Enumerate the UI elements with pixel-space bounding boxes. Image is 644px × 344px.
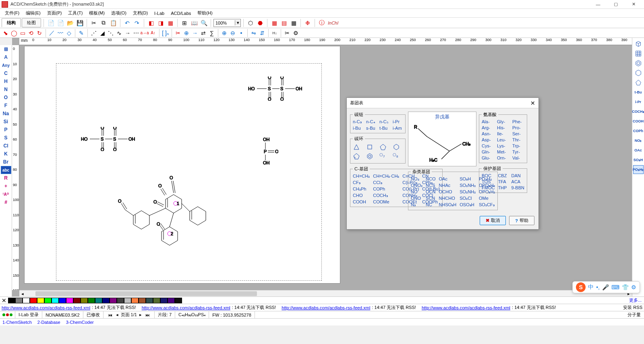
palette-plus[interactable]: + bbox=[1, 182, 11, 190]
page-next-icon[interactable]: ▸ bbox=[138, 312, 143, 317]
scroll-thumb[interactable] bbox=[35, 291, 257, 296]
template-cooh[interactable]: COOH bbox=[633, 117, 644, 126]
template-icon[interactable]: ⊞ bbox=[180, 19, 189, 27]
tab-draw[interactable]: 绘图 bbox=[22, 18, 41, 27]
chain-nc5[interactable]: n-C₅ bbox=[379, 119, 389, 124]
atom-label-icon[interactable]: A↕ bbox=[149, 29, 157, 37]
app-chemsketch[interactable]: 1-ChemSketch bbox=[2, 320, 32, 325]
palette-cl[interactable]: Cl bbox=[1, 142, 11, 150]
misc-7[interactable]: NHAc bbox=[439, 183, 457, 188]
ring-cyclopentadiene-icon[interactable] bbox=[353, 153, 363, 161]
misc-17[interactable]: NHCHO bbox=[439, 196, 457, 201]
page-prev-icon[interactable]: ◂ bbox=[115, 312, 120, 317]
palette-s[interactable]: S bbox=[1, 134, 11, 142]
ring-triangle-icon[interactable] bbox=[353, 143, 363, 151]
misc-6[interactable]: NCS bbox=[426, 183, 435, 188]
cut-icon[interactable]: ✂ bbox=[89, 19, 98, 27]
ime-logo-icon[interactable]: S bbox=[576, 282, 586, 292]
misc-23[interactable]: OSO₃H bbox=[460, 202, 476, 207]
maximize-button[interactable]: ▢ bbox=[607, 0, 625, 8]
palette-n[interactable]: N bbox=[1, 85, 11, 93]
rss-link-3[interactable]: http://www.acdlabs.com/acdlabs-rss-feed.… bbox=[282, 305, 370, 310]
menu-help[interactable]: 帮助(H) bbox=[194, 9, 215, 17]
redo-icon[interactable]: ↷ bbox=[133, 19, 141, 27]
amino-14[interactable]: Trp- bbox=[512, 143, 524, 148]
template-tbu[interactable]: t-Bu bbox=[633, 88, 644, 97]
cgroup-1[interactable]: CH=CH₂·CH₂ bbox=[373, 174, 399, 179]
3d-opt-icon[interactable]: ⬡ bbox=[246, 19, 255, 27]
palette-any[interactable]: Any bbox=[1, 61, 11, 69]
color-none-icon[interactable]: ✕ bbox=[0, 297, 8, 304]
save-icon[interactable]: 💾 bbox=[75, 19, 84, 27]
amino-4[interactable]: His- bbox=[497, 125, 509, 130]
cgroup-4[interactable]: CF₃ bbox=[353, 180, 370, 185]
template-grid-icon[interactable] bbox=[633, 49, 644, 58]
color-swatch-7[interactable] bbox=[59, 298, 66, 303]
bracket-icon[interactable]: [ ]ₙ bbox=[162, 29, 170, 37]
reaction-plus-icon[interactable]: ⊕ bbox=[182, 29, 191, 37]
menu-documents[interactable]: 文档(D) bbox=[130, 9, 151, 17]
menu-edit[interactable]: 编辑(E) bbox=[23, 9, 44, 17]
erase-icon[interactable]: ◧ bbox=[147, 19, 155, 27]
rss-link-4[interactable]: http://www.acdlabs.com/acdlabs-rss-feed.… bbox=[422, 305, 510, 310]
amino-11[interactable]: Thr- bbox=[512, 137, 524, 142]
amino-10[interactable]: Leu- bbox=[497, 137, 509, 142]
color-swatch-21[interactable] bbox=[160, 298, 168, 303]
ime-voice-icon[interactable]: 🎤 bbox=[602, 284, 609, 290]
palette-f[interactable]: F bbox=[1, 102, 11, 110]
cgroup-0[interactable]: CH=CH₂ bbox=[353, 174, 370, 179]
template-cube-icon[interactable] bbox=[633, 39, 644, 48]
misc-22[interactable]: NHSO₃H bbox=[439, 202, 457, 207]
cgroup-16[interactable]: COOH bbox=[353, 199, 370, 204]
periodic-icon[interactable]: ▦ bbox=[270, 19, 279, 27]
misc-1[interactable]: NCO bbox=[426, 176, 435, 182]
misc-5[interactable]: ONO₂ bbox=[411, 183, 422, 188]
color-swatch-4[interactable] bbox=[37, 298, 44, 303]
chain-nc4[interactable]: n-C₄ bbox=[366, 119, 376, 124]
chain-tbu[interactable]: t-Bu bbox=[379, 126, 389, 131]
paste-icon[interactable]: 📋 bbox=[109, 19, 118, 27]
amino-8[interactable]: Ser- bbox=[512, 131, 524, 136]
template-cyclohexane-icon[interactable] bbox=[633, 68, 644, 77]
antialiasing-icon[interactable]: ❉ bbox=[303, 19, 312, 27]
radical-icon[interactable]: • bbox=[237, 29, 245, 37]
color-swatch-1[interactable] bbox=[15, 298, 23, 303]
misc-3[interactable]: SO₃H bbox=[460, 176, 476, 182]
palette-r[interactable]: R bbox=[1, 174, 11, 182]
scissors-icon[interactable]: ✂ bbox=[174, 29, 182, 37]
rss-link-2[interactable]: http://www.acdlabs.com/acdlabs-rss-feed.… bbox=[142, 305, 230, 310]
new-icon[interactable]: 📄 bbox=[46, 19, 55, 27]
more-colors-link[interactable]: 更多... bbox=[629, 297, 642, 303]
color-swatch-19[interactable] bbox=[146, 298, 153, 303]
misc-2[interactable]: OAc bbox=[439, 176, 457, 182]
horizontal-scrollbar[interactable]: ◂ ▸ bbox=[19, 290, 632, 296]
wavy-bond-icon[interactable]: ∿ bbox=[115, 29, 123, 37]
amino-12[interactable]: Cys- bbox=[482, 143, 494, 148]
misc-10[interactable]: NO bbox=[411, 189, 422, 195]
palette-h[interactable]: H bbox=[1, 77, 11, 85]
menu-ilab[interactable]: I-Lab bbox=[151, 10, 168, 17]
page-first-icon[interactable]: ⏮ bbox=[107, 313, 114, 317]
wedge-up-icon[interactable]: ◢ bbox=[98, 29, 106, 37]
zoom-combo[interactable]: ▾ bbox=[213, 19, 241, 27]
misc-16[interactable]: SCN bbox=[426, 196, 435, 201]
chain-sbu[interactable]: s-Bu bbox=[366, 126, 376, 131]
template-benzene-icon[interactable] bbox=[633, 59, 644, 68]
misc-12[interactable]: OCHO bbox=[439, 189, 457, 195]
protect-1[interactable]: CBZ bbox=[498, 173, 508, 178]
ring-square-icon[interactable] bbox=[366, 143, 376, 151]
chain-nc3[interactable]: n-C₃ bbox=[353, 119, 363, 124]
structure-phosphoric[interactable]: OH P O OH bbox=[254, 137, 278, 165]
inchi-icon[interactable]: ⓘ bbox=[317, 19, 326, 27]
amino-18[interactable]: Glu- bbox=[482, 155, 494, 160]
map-atoms-icon[interactable]: ⇄ bbox=[199, 29, 207, 37]
color-swatch-18[interactable] bbox=[139, 298, 146, 303]
color-swatch-20[interactable] bbox=[153, 298, 160, 303]
charge-plus-icon[interactable]: ⊕ bbox=[220, 29, 228, 37]
amino-3[interactable]: Arg- bbox=[482, 125, 494, 130]
menu-acdlabs[interactable]: ACD/Labs bbox=[168, 10, 194, 17]
structure-disulfuric-2[interactable]: HO O O S S O O OH bbox=[81, 127, 143, 151]
amino-19[interactable]: Orn- bbox=[497, 155, 509, 160]
radical-table-icon[interactable]: ▤ bbox=[280, 19, 288, 27]
color-swatch-6[interactable] bbox=[52, 298, 59, 303]
